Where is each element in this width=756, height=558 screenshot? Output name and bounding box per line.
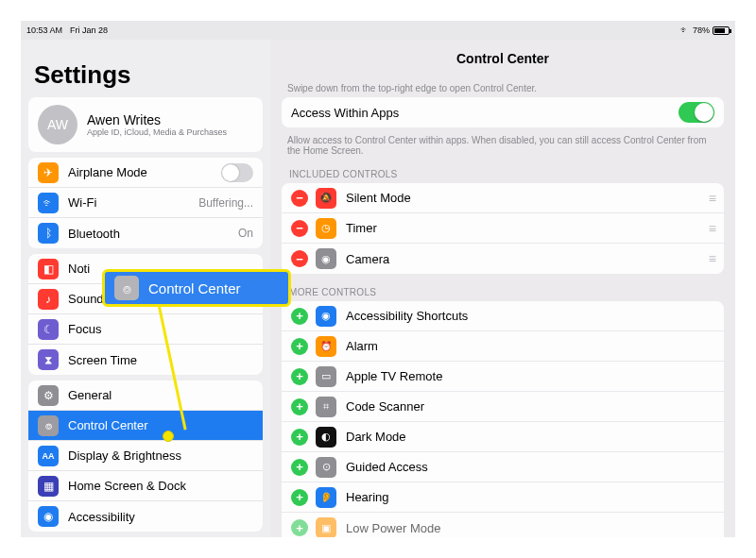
profile-card[interactable]: AW Awen Writes Apple ID, iCloud, Media &… <box>28 97 263 152</box>
status-bar: 10:53 AM Fri Jan 28 ᯤ 78% <box>21 21 735 40</box>
date: Fri Jan 28 <box>70 25 108 35</box>
more-row-appletv[interactable]: + Apple TV Remote <box>282 362 724 392</box>
more-section-label: More Controls <box>289 287 716 297</box>
included-controls: − Silent Mode ≡ − Timer ≡ − Camera ≡ <box>282 183 724 274</box>
more-controls: + Accessibility Shortcuts + Alarm + Appl… <box>282 301 724 537</box>
included-row-silent[interactable]: − Silent Mode ≡ <box>282 183 724 213</box>
dark-icon <box>316 427 336 448</box>
profile-sub: Apple ID, iCloud, Media & Purchases <box>87 127 227 137</box>
sidebar-item-label: Screen Time <box>68 353 137 367</box>
avatar: AW <box>38 105 77 144</box>
included-row-timer[interactable]: − Timer ≡ <box>282 213 724 244</box>
home-icon <box>38 476 59 497</box>
control-center-icon <box>38 415 59 436</box>
add-button[interactable]: + <box>291 519 308 536</box>
sidebar-item-bluetooth[interactable]: Bluetooth On <box>28 218 263 248</box>
guide-icon <box>316 457 336 478</box>
more-row-accessibility[interactable]: + Accessibility Shortcuts <box>282 301 724 331</box>
accessibility-icon <box>38 506 59 527</box>
row-label: Accessibility Shortcuts <box>346 309 468 323</box>
drag-handle-icon[interactable]: ≡ <box>709 251 714 266</box>
wifi-icon: ᯤ <box>680 25 689 35</box>
remove-button[interactable]: − <box>291 250 308 267</box>
more-row-hearing[interactable]: + Hearing <box>282 482 724 513</box>
sidebar-item-label: Focus <box>68 322 101 336</box>
sidebar-item-wifi[interactable]: Wi-Fi Buffering... <box>28 188 263 218</box>
access-within-apps-row[interactable]: Access Within Apps <box>282 97 724 127</box>
access-hint: Allow access to Control Center within ap… <box>287 135 718 156</box>
more-row-guided[interactable]: + Guided Access <box>282 452 724 482</box>
sidebar-item-accessibility[interactable]: Accessibility <box>28 501 263 532</box>
accessibility-icon <box>316 306 336 327</box>
add-button[interactable]: + <box>291 398 308 415</box>
silent-icon <box>316 188 336 209</box>
sound-icon <box>38 289 59 310</box>
add-button[interactable]: + <box>291 459 308 476</box>
add-button[interactable]: + <box>291 489 308 506</box>
sidebar-item-screentime[interactable]: Screen Time <box>28 345 263 375</box>
row-label: Hearing <box>346 490 389 504</box>
access-toggle[interactable] <box>679 102 714 123</box>
add-button[interactable]: + <box>291 338 308 355</box>
sidebar-item-airplane[interactable]: Airplane Mode <box>28 158 263 188</box>
more-row-lowpower[interactable]: + Low Power Mode <box>282 513 724 537</box>
row-label: Camera <box>346 252 389 266</box>
tv-icon <box>316 366 336 387</box>
wifi-value: Buffering... <box>198 196 253 210</box>
included-row-camera[interactable]: − Camera ≡ <box>282 244 724 274</box>
sidebar-item-control-center[interactable]: Control Center <box>28 411 263 441</box>
sidebar-item-general[interactable]: General <box>28 380 263 411</box>
row-label: Code Scanner <box>346 399 424 414</box>
callout-control-center: Control Center <box>102 269 291 307</box>
sidebar-item-homescreen[interactable]: Home Screen & Dock <box>28 471 263 501</box>
scan-icon <box>316 397 336 417</box>
remove-button[interactable]: − <box>291 220 308 237</box>
row-label: Silent Mode <box>346 191 411 205</box>
sidebar-item-display[interactable]: Display & Brightness <box>28 441 263 471</box>
control-center-icon <box>114 276 139 300</box>
hourglass-icon <box>38 349 59 370</box>
display-icon <box>38 446 59 466</box>
add-button[interactable]: + <box>291 368 308 385</box>
add-button[interactable]: + <box>291 308 308 325</box>
row-label: Low Power Mode <box>346 521 440 535</box>
low-power-icon <box>316 517 336 537</box>
page-title: Settings <box>34 60 265 90</box>
general-group: General Control Center Display & Brightn… <box>28 380 263 532</box>
add-button[interactable]: + <box>291 429 308 446</box>
row-label: Access Within Apps <box>291 106 399 120</box>
profile-name: Awen Writes <box>87 112 227 127</box>
row-label: Guided Access <box>346 460 428 474</box>
connectivity-group: Airplane Mode Wi-Fi Buffering... Bluetoo… <box>28 158 263 248</box>
sidebar-item-label: Display & Brightness <box>68 448 181 463</box>
included-section-label: Included Controls <box>289 169 716 179</box>
row-label: Alarm <box>346 339 378 353</box>
timer-icon <box>316 218 336 239</box>
camera-icon <box>316 248 336 269</box>
airplane-toggle[interactable] <box>221 163 253 182</box>
battery-icon <box>713 26 730 35</box>
row-label: Apple TV Remote <box>346 369 442 383</box>
more-row-darkmode[interactable]: + Dark Mode <box>282 422 724 452</box>
sidebar-item-label: Wi-Fi <box>68 195 96 210</box>
drag-handle-icon[interactable]: ≡ <box>709 221 714 236</box>
hear-icon <box>316 487 336 508</box>
sidebar-item-label: Accessibility <box>68 510 135 524</box>
sidebar-item-label: Airplane Mode <box>68 165 147 179</box>
more-row-scanner[interactable]: + Code Scanner <box>282 392 724 422</box>
more-row-alarm[interactable]: + Alarm <box>282 331 724 362</box>
alarm-icon <box>316 336 336 357</box>
detail-pane: Control Center Swipe down from the top-r… <box>270 40 735 537</box>
callout-label: Control Center <box>148 280 241 296</box>
drag-handle-icon[interactable]: ≡ <box>709 191 714 206</box>
sidebar-item-label: Noti <box>68 262 90 276</box>
battery-percent: 78% <box>693 25 710 35</box>
sidebar-item-focus[interactable]: Focus <box>28 314 263 345</box>
sidebar-item-label: General <box>68 388 112 402</box>
bell-icon <box>38 259 59 279</box>
detail-title: Control Center <box>282 51 724 66</box>
gear-icon <box>38 385 59 406</box>
row-label: Dark Mode <box>346 430 406 444</box>
time: 10:53 AM <box>26 25 62 35</box>
remove-button[interactable]: − <box>291 190 308 207</box>
